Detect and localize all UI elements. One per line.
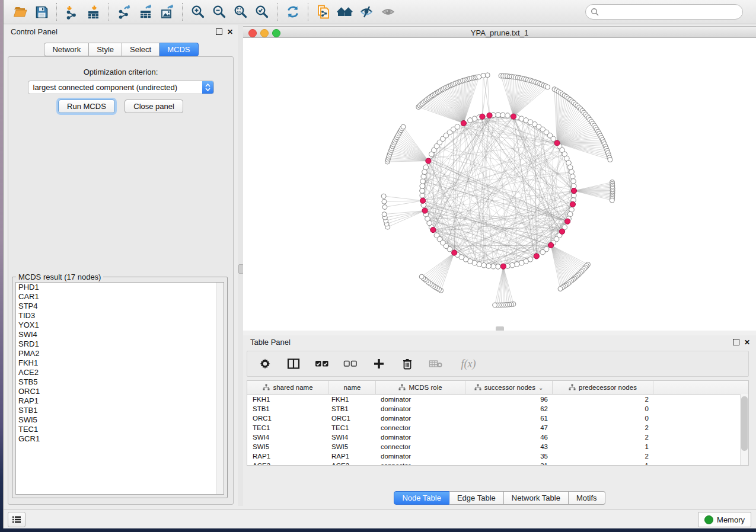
- network-node[interactable]: [486, 264, 492, 269]
- network-node[interactable]: [382, 205, 387, 210]
- network-node[interactable]: [434, 233, 439, 238]
- run-mcds-button[interactable]: Run MCDS: [58, 100, 115, 113]
- dominator-node[interactable]: [420, 198, 426, 203]
- table-row[interactable]: SWI4SWI4dominator462: [247, 432, 748, 442]
- dominator-node[interactable]: [534, 254, 539, 259]
- dominator-node[interactable]: [554, 140, 560, 146]
- tab-mcds[interactable]: MCDS: [160, 43, 198, 56]
- float-table-panel-icon[interactable]: [733, 339, 739, 345]
- zoom-out-icon[interactable]: [209, 1, 230, 23]
- network-node[interactable]: [421, 174, 426, 180]
- dominator-node[interactable]: [480, 114, 485, 119]
- tab-network[interactable]: Network: [44, 43, 89, 56]
- network-node[interactable]: [546, 85, 550, 89]
- network-node[interactable]: [455, 124, 460, 130]
- mcds-result-item[interactable]: SRD1: [16, 339, 224, 349]
- window-list-button[interactable]: [8, 512, 25, 527]
- mcds-result-item[interactable]: PHD1: [16, 283, 224, 292]
- close-table-panel-icon[interactable]: ✕: [744, 339, 750, 345]
- network-node[interactable]: [423, 165, 429, 170]
- mcds-result-item[interactable]: YOX1: [16, 321, 224, 330]
- network-node[interactable]: [420, 193, 425, 198]
- deselect-all-icon[interactable]: [343, 357, 358, 371]
- dominator-node[interactable]: [487, 113, 492, 118]
- table-scrollbar[interactable]: [740, 394, 748, 465]
- column-header-shared-name[interactable]: shared name: [247, 381, 329, 394]
- tab-select[interactable]: Select: [122, 43, 160, 56]
- delete-row-icon[interactable]: [400, 357, 414, 371]
- network-graph[interactable]: [243, 38, 756, 331]
- network-node[interactable]: [500, 113, 506, 118]
- close-panel-icon[interactable]: ✕: [227, 29, 233, 35]
- tab-network-table[interactable]: Network Table: [504, 491, 569, 505]
- network-node[interactable]: [505, 113, 511, 118]
- dominator-node[interactable]: [548, 242, 554, 248]
- search-input[interactable]: [602, 7, 742, 17]
- network-node[interactable]: [419, 274, 424, 279]
- network-node[interactable]: [481, 262, 487, 268]
- network-canvas[interactable]: [243, 38, 756, 331]
- dominator-node[interactable]: [461, 120, 466, 126]
- mcds-result-item[interactable]: TEC1: [16, 425, 224, 434]
- tab-motifs[interactable]: Motifs: [569, 491, 605, 505]
- show-all-icon[interactable]: [377, 1, 398, 23]
- settings-gear-icon[interactable]: [258, 357, 272, 371]
- save-session-icon[interactable]: [31, 1, 52, 23]
- column-header-name[interactable]: name: [329, 381, 376, 394]
- network-node[interactable]: [477, 262, 482, 267]
- mcds-result-item[interactable]: ACE2: [16, 368, 224, 377]
- float-panel-icon[interactable]: [216, 28, 222, 35]
- network-node[interactable]: [381, 194, 386, 198]
- network-node[interactable]: [608, 158, 613, 162]
- network-node[interactable]: [540, 249, 546, 255]
- dominator-node[interactable]: [426, 158, 431, 164]
- network-node[interactable]: [420, 184, 425, 189]
- show-column-icon[interactable]: [286, 357, 301, 371]
- network-node[interactable]: [493, 303, 497, 307]
- mcds-result-item[interactable]: STB5: [16, 377, 224, 387]
- dominator-node[interactable]: [570, 201, 575, 207]
- network-node[interactable]: [382, 212, 387, 217]
- dominator-node[interactable]: [565, 219, 570, 224]
- column-header-mcds-role[interactable]: MCDS role: [376, 381, 465, 394]
- network-node[interactable]: [610, 198, 614, 203]
- network-node[interactable]: [422, 169, 428, 175]
- table-row[interactable]: STB1STB1dominator620: [247, 404, 748, 414]
- table-row[interactable]: FKH1FKH1dominator962: [247, 395, 748, 404]
- import-table-icon[interactable]: [83, 1, 104, 23]
- network-node[interactable]: [569, 207, 575, 213]
- zoom-in-icon[interactable]: [187, 1, 209, 23]
- dominator-node[interactable]: [452, 250, 457, 255]
- tab-edge-table[interactable]: Edge Table: [449, 491, 504, 505]
- network-node[interactable]: [510, 262, 515, 268]
- export-table-icon[interactable]: [135, 1, 157, 23]
- dominator-node[interactable]: [559, 229, 564, 234]
- new-network-from-selection-icon[interactable]: [313, 1, 334, 23]
- export-network-icon[interactable]: [114, 1, 135, 23]
- network-node[interactable]: [477, 75, 481, 79]
- mcds-result-item[interactable]: SWI4: [16, 330, 224, 339]
- network-node[interactable]: [420, 188, 425, 194]
- dominator-node[interactable]: [571, 188, 576, 193]
- network-node[interactable]: [567, 165, 573, 170]
- table-row[interactable]: ACE2ACE2connector311: [247, 461, 748, 466]
- table-row[interactable]: TEC1TEC1connector472: [247, 423, 748, 432]
- network-node[interactable]: [382, 199, 387, 204]
- hide-selected-icon[interactable]: [356, 1, 377, 23]
- network-node[interactable]: [519, 260, 524, 265]
- mcds-result-item[interactable]: GCR1: [16, 434, 224, 444]
- network-node[interactable]: [485, 73, 490, 78]
- mcds-result-list[interactable]: PHD1CAR1STP4TID3YOX1SWI4SRD1PMA2FKH1ACE2…: [15, 282, 224, 495]
- add-row-icon[interactable]: [372, 357, 386, 371]
- column-header-successor-nodes[interactable]: successor nodes⌄: [465, 381, 553, 394]
- table-scrollbar-thumb[interactable]: [741, 396, 748, 451]
- network-node[interactable]: [472, 116, 477, 121]
- mcds-result-item[interactable]: CAR1: [16, 292, 224, 302]
- dominator-node[interactable]: [422, 208, 428, 213]
- search-box[interactable]: [585, 4, 743, 20]
- first-neighbors-icon[interactable]: [334, 1, 356, 23]
- dominator-node[interactable]: [430, 227, 436, 233]
- export-image-icon[interactable]: [157, 1, 178, 23]
- mcds-result-item[interactable]: PMA2: [16, 349, 224, 358]
- network-node[interactable]: [496, 264, 501, 270]
